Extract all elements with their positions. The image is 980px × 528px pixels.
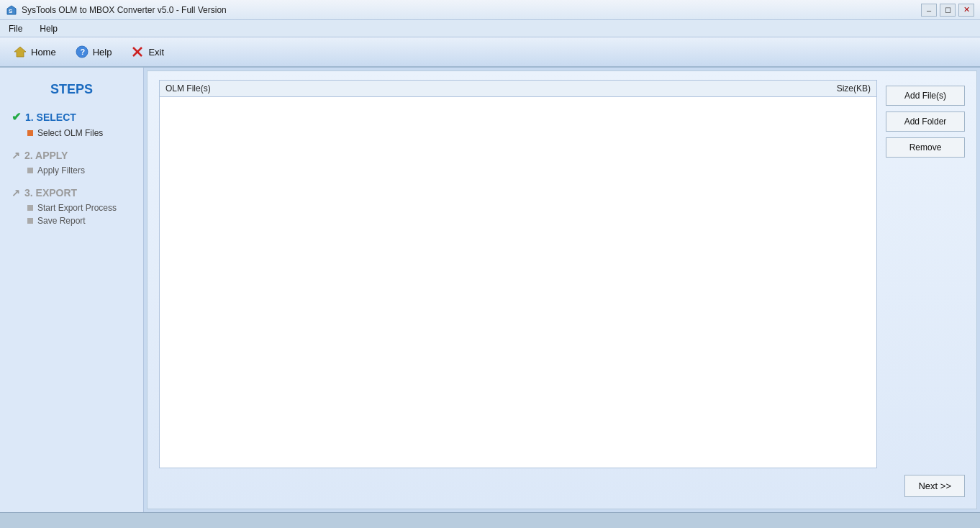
file-area: OLM File(s) Size(KB) xyxy=(159,80,877,468)
menu-help[interactable]: Help xyxy=(35,22,62,35)
app-title: SysTools OLM to MBOX Converter v5.0 - Fu… xyxy=(22,5,227,15)
step1-subitem-label: Select OLM Files xyxy=(37,128,103,138)
svg-text:?: ? xyxy=(80,47,85,56)
remove-button[interactable]: Remove xyxy=(886,137,965,158)
toolbar-help-button[interactable]: ? Help xyxy=(68,42,119,62)
step3-arrow-icon: ↗ xyxy=(12,187,20,199)
step3-dot2 xyxy=(27,218,33,224)
toolbar-exit-label: Exit xyxy=(148,47,164,58)
app-icon: S xyxy=(6,4,17,16)
step3-dot1 xyxy=(27,205,33,211)
toolbar-home-label: Home xyxy=(31,47,56,58)
content-body: OLM File(s) Size(KB) Add File(s) Add Fol… xyxy=(159,80,965,468)
right-buttons: Add File(s) Add Folder Remove xyxy=(877,80,965,468)
toolbar-home-button[interactable]: Home xyxy=(6,42,63,62)
step1-dot xyxy=(27,130,33,136)
step3-subitem1-label: Start Export Process xyxy=(37,203,117,213)
step3-subitem2: Save Report xyxy=(27,216,132,226)
minimize-button[interactable]: – xyxy=(921,4,937,17)
step1-label: 1. SELECT xyxy=(25,111,76,123)
step2-subitem: Apply Filters xyxy=(27,165,132,176)
step2-label: 2. APPLY xyxy=(24,150,68,161)
title-bar-controls: – ◻ ✕ xyxy=(921,4,974,17)
toolbar-help-label: Help xyxy=(93,47,112,58)
add-folder-button[interactable]: Add Folder xyxy=(886,111,965,132)
steps-title: STEPS xyxy=(12,82,132,97)
home-icon xyxy=(13,45,27,59)
close-button[interactable]: ✕ xyxy=(958,4,974,17)
title-bar-left: S SysTools OLM to MBOX Converter v5.0 - … xyxy=(6,4,227,16)
bottom-bar: Next >> xyxy=(159,468,965,500)
step3-subitem1: Start Export Process xyxy=(27,203,132,213)
col-name-header: OLM File(s) xyxy=(165,83,799,94)
content-panel: OLM File(s) Size(KB) Add File(s) Add Fol… xyxy=(147,70,977,509)
file-list-container: OLM File(s) Size(KB) xyxy=(159,80,877,468)
step1-subitem: Select OLM Files xyxy=(27,128,132,138)
step2-subitem-label: Apply Filters xyxy=(37,165,85,176)
toolbar: Home ? Help Exit xyxy=(0,37,980,68)
title-bar: S SysTools OLM to MBOX Converter v5.0 - … xyxy=(0,0,980,20)
sidebar: STEPS ✔ 1. SELECT Select OLM Files ↗ 2. … xyxy=(0,68,144,512)
toolbar-exit-button[interactable]: Exit xyxy=(123,42,171,62)
step2-arrow-icon: ↗ xyxy=(12,150,20,161)
status-bar xyxy=(0,512,980,528)
step3-subitem2-label: Save Report xyxy=(37,216,86,226)
step3-label: 3. EXPORT xyxy=(24,187,77,199)
step2-dot xyxy=(27,168,33,173)
add-files-button[interactable]: Add File(s) xyxy=(886,86,965,106)
help-icon: ? xyxy=(75,45,89,59)
main-area: STEPS ✔ 1. SELECT Select OLM Files ↗ 2. … xyxy=(0,68,980,512)
menu-file[interactable]: File xyxy=(4,22,27,35)
svg-marker-2 xyxy=(14,47,26,57)
step2-header: ↗ 2. APPLY xyxy=(12,150,132,161)
step1-check-icon: ✔ xyxy=(12,110,21,124)
step1-section: ✔ 1. SELECT Select OLM Files xyxy=(12,110,132,138)
maximize-button[interactable]: ◻ xyxy=(940,4,956,17)
file-list-body xyxy=(160,97,876,468)
step3-section: ↗ 3. EXPORT Start Export Process Save Re… xyxy=(12,187,132,226)
step1-header: ✔ 1. SELECT xyxy=(12,110,132,124)
step2-section: ↗ 2. APPLY Apply Filters xyxy=(12,150,132,176)
exit-icon xyxy=(130,45,145,59)
svg-text:S: S xyxy=(9,8,13,14)
step3-header: ↗ 3. EXPORT xyxy=(12,187,132,199)
file-list-header: OLM File(s) Size(KB) xyxy=(160,81,876,97)
menu-bar: File Help xyxy=(0,20,980,37)
col-size-header: Size(KB) xyxy=(799,83,871,94)
next-button[interactable]: Next >> xyxy=(904,475,965,497)
